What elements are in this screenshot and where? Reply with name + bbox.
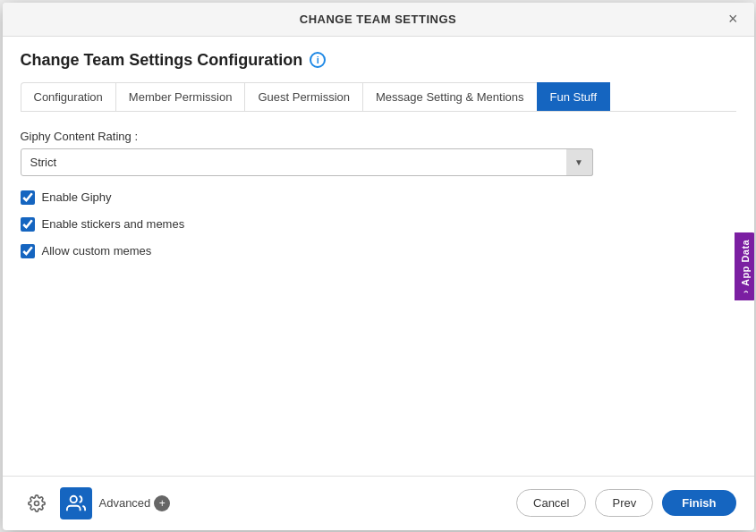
- form-section: Giphy Content Rating : Strict Moderate O…: [21, 130, 736, 476]
- prev-button[interactable]: Prev: [595, 489, 653, 517]
- tabs-container: Configuration Member Permission Guest Pe…: [21, 82, 736, 112]
- modal: CHANGE TEAM SETTINGS × Change Team Setti…: [3, 3, 754, 530]
- modal-title: CHANGE TEAM SETTINGS: [300, 13, 456, 26]
- gear-icon: [28, 494, 46, 512]
- modal-content: Change Team Settings Configuration i Con…: [3, 37, 754, 476]
- app-data-tab[interactable]: › App Data: [735, 232, 754, 300]
- footer-right: Cancel Prev Finish: [516, 489, 735, 517]
- footer: Advanced + Cancel Prev Finish: [3, 476, 754, 530]
- advanced-label: Advanced: [99, 496, 151, 510]
- enable-giphy-checkbox[interactable]: [21, 190, 35, 205]
- svg-point-0: [34, 501, 38, 505]
- advanced-row: Advanced +: [99, 495, 171, 511]
- giphy-select-wrapper: Strict Moderate Off ▼: [21, 148, 593, 176]
- tab-fun-stuff[interactable]: Fun Stuff: [537, 82, 611, 111]
- modal-wrapper: CHANGE TEAM SETTINGS × Change Team Setti…: [0, 0, 756, 532]
- enable-giphy-label[interactable]: Enable Giphy: [42, 190, 112, 204]
- footer-left: Advanced +: [21, 487, 171, 519]
- page-title: Change Team Settings Configuration: [21, 51, 303, 70]
- enable-stickers-row: Enable stickers and memes: [21, 217, 736, 232]
- info-icon[interactable]: i: [310, 52, 326, 68]
- cancel-button[interactable]: Cancel: [516, 489, 586, 517]
- tab-guest-permission[interactable]: Guest Permission: [244, 82, 363, 111]
- page-title-row: Change Team Settings Configuration i: [21, 51, 736, 70]
- settings-icon-button[interactable]: [21, 487, 53, 519]
- giphy-content-rating-select[interactable]: Strict Moderate Off: [21, 148, 593, 176]
- enable-stickers-label[interactable]: Enable stickers and memes: [42, 217, 185, 231]
- people-icon-button[interactable]: [60, 487, 92, 519]
- enable-stickers-checkbox[interactable]: [21, 217, 35, 232]
- svg-point-1: [70, 495, 76, 502]
- allow-custom-memes-label[interactable]: Allow custom memes: [42, 244, 152, 258]
- giphy-rating-label: Giphy Content Rating :: [21, 130, 736, 143]
- people-icon: [66, 494, 86, 513]
- tab-configuration[interactable]: Configuration: [21, 82, 116, 111]
- app-data-chevron-icon: ›: [740, 290, 750, 293]
- advanced-plus-button[interactable]: +: [154, 495, 170, 511]
- allow-custom-memes-checkbox[interactable]: [21, 244, 35, 258]
- finish-button[interactable]: Finish: [662, 490, 735, 516]
- allow-custom-memes-row: Allow custom memes: [21, 244, 736, 258]
- tab-message-setting[interactable]: Message Setting & Mentions: [362, 82, 537, 111]
- close-button[interactable]: ×: [723, 9, 743, 29]
- app-data-label: App Data: [740, 239, 751, 285]
- enable-giphy-row: Enable Giphy: [21, 190, 736, 205]
- tab-member-permission[interactable]: Member Permission: [115, 82, 246, 111]
- title-bar: CHANGE TEAM SETTINGS ×: [3, 3, 754, 37]
